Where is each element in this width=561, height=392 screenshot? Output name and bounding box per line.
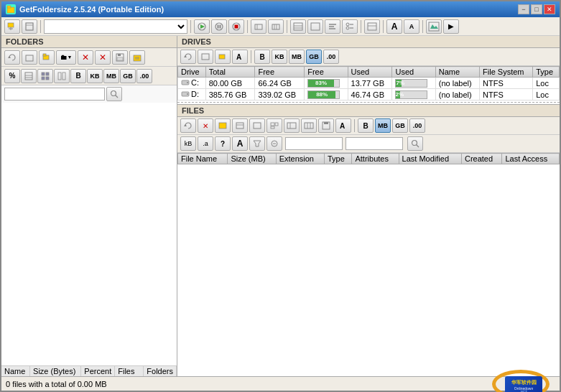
col-modified[interactable]: Last Modified [399,154,461,164]
files-gb-btn[interactable]: GB [392,118,408,133]
col-name[interactable]: Name [435,67,479,78]
svg-rect-47 [46,73,49,75]
col-created[interactable]: Created [461,154,502,164]
toolbar-btn-5[interactable] [290,19,306,34]
svg-rect-30 [368,23,376,30]
col-free-gb[interactable]: Free [255,67,305,78]
col-total[interactable]: Total [205,67,255,78]
toolbar-btn-10[interactable] [426,19,442,34]
folders-btn-2[interactable] [39,50,55,65]
files-filter-btn-2[interactable]: .a [198,136,213,151]
toolbar-pause-btn[interactable] [211,19,227,34]
folders-b-btn[interactable]: B [70,69,86,83]
col-type[interactable]: Type [533,67,560,78]
folders-btn-1[interactable] [22,50,37,65]
folders-view-btn-3[interactable] [54,69,70,83]
files-btn-3[interactable] [215,118,231,133]
toolbar-btn-3[interactable] [251,19,266,34]
col-drive[interactable]: Drive [178,67,206,78]
folders-view-btn-2[interactable] [37,69,53,83]
col-filename[interactable]: File Name [178,154,228,164]
folders-open-btn[interactable] [129,50,145,65]
files-filter-btn-6[interactable] [266,136,282,151]
col-size-mb[interactable]: Size (MB) [228,154,276,164]
files-btn-4[interactable] [232,118,248,133]
folders-kb-btn[interactable]: KB [87,69,103,83]
drives-b-btn[interactable]: B [254,50,270,64]
toolbar-btn-9[interactable] [364,19,380,34]
folders-save-btn[interactable] [112,50,128,65]
files-btn-6[interactable] [266,118,282,133]
drives-table-row: C: 80.00 GB 66.24 GB 83% 13.77 GB 17% [178,78,560,89]
close-button[interactable]: ✕ [544,4,555,14]
files-btn-2[interactable]: ✕ [198,118,213,133]
files-filter-btn-4[interactable]: A [232,136,248,151]
files-filter-btn-3[interactable]: ? [215,136,231,151]
drives-dec-btn[interactable]: .00 [323,50,339,64]
folders-view-btn-1[interactable] [21,69,37,83]
drives-btn-3[interactable] [215,50,231,64]
files-btn-9[interactable] [318,118,334,133]
files-b-btn[interactable]: B [358,118,374,133]
col-ext[interactable]: Extension [276,154,324,164]
files-filter-btn-1[interactable]: kB [180,136,196,151]
toolbar-btn-4[interactable] [268,19,284,34]
maximize-button[interactable]: □ [531,4,542,14]
files-table-container[interactable]: File Name Size (MB) Extension Type Attri… [177,153,560,376]
toolbar-btn-8[interactable] [342,19,358,34]
col-used-gb[interactable]: Used [348,67,392,78]
folders-mb-btn[interactable]: MB [103,69,119,83]
drives-gb-btn[interactable]: GB [306,50,322,64]
col-filesystem[interactable]: File System [480,67,533,78]
cell-free-gb: 339.02 GB [255,89,305,101]
toolbar-btn-7[interactable] [325,19,340,34]
font-a-large[interactable]: A [386,19,402,34]
font-a-small[interactable]: A [404,19,419,34]
files-search-input-2[interactable] [346,137,403,150]
files-filter-btn-5[interactable] [249,136,265,151]
folders-delete-btn[interactable]: ✕ [78,50,93,65]
drives-btn-2[interactable] [198,50,213,64]
toolbar-btn-2[interactable] [22,19,37,34]
files-mb-btn[interactable]: MB [375,118,391,133]
files-btn-7[interactable] [284,118,300,133]
toolbar-btn-1[interactable] [4,19,20,34]
folders-pct-btn[interactable]: % [4,69,20,83]
files-btn-8[interactable] [301,118,317,133]
folders-refresh-btn[interactable] [4,50,20,65]
drive-icon [181,79,190,86]
files-search-input[interactable] [285,137,343,150]
drives-kb-btn[interactable]: KB [272,50,287,64]
status-text: 0 files with a total of 0.00 MB [6,380,107,388]
drives-btn-4[interactable]: A [232,50,248,64]
col-access[interactable]: Last Access [502,154,560,164]
folder-search-input[interactable] [4,88,105,101]
col-percent: Percent [81,366,115,376]
drives-mb-btn[interactable]: MB [289,50,305,64]
folders-dec-btn[interactable]: .00 [136,69,152,83]
toolbar-stop-btn[interactable] [228,19,244,34]
svg-rect-63 [219,123,226,129]
toolbar-btn-expand[interactable]: ▶ [443,19,459,34]
col-files: Files [115,366,144,376]
path-dropdown[interactable] [44,19,187,34]
folders-delete-btn-2[interactable]: ✕ [95,50,111,65]
files-btn-5[interactable] [249,118,265,133]
files-dec-btn[interactable]: .00 [409,118,425,133]
drives-refresh-btn[interactable] [180,50,196,64]
col-attr[interactable]: Attributes [352,154,399,164]
folders-btn-dropdown[interactable]: 🖿▼ [56,50,76,65]
col-free-pct[interactable]: Free [305,67,348,78]
files-search-btn[interactable] [407,136,423,151]
toolbar-scan-btn[interactable] [194,19,210,34]
toolbar-btn-6[interactable] [307,19,323,34]
files-toolbar: ✕ [177,117,560,135]
folder-search-btn[interactable] [106,87,122,101]
files-refresh-btn[interactable] [180,118,196,133]
folders-tree[interactable] [1,103,177,365]
folders-gb-btn[interactable]: GB [120,69,136,83]
col-type[interactable]: Type [324,154,352,164]
files-btn-10[interactable]: A [335,118,351,133]
col-used-pct[interactable]: Used [392,67,435,78]
minimize-button[interactable]: − [518,4,529,14]
